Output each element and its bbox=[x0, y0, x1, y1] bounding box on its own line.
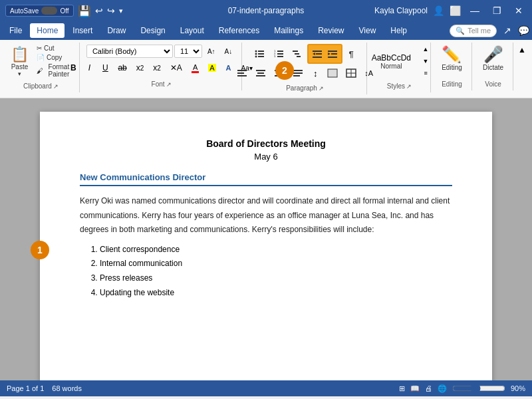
styles-scroll-down-button[interactable]: ▼ bbox=[418, 56, 433, 66]
superscript-button[interactable]: x2 bbox=[149, 61, 165, 75]
comment-icon[interactable]: 💬 bbox=[518, 25, 529, 36]
close-btn[interactable]: ✕ bbox=[511, 4, 527, 17]
menu-references[interactable]: References bbox=[212, 23, 266, 38]
underline-button[interactable]: U bbox=[98, 61, 112, 75]
highlight-color-button[interactable]: A bbox=[204, 61, 219, 75]
svg-rect-17 bbox=[316, 53, 322, 55]
web-view-icon[interactable]: 🌐 bbox=[438, 384, 447, 393]
svg-rect-26 bbox=[256, 70, 265, 71]
align-left-icon bbox=[237, 68, 247, 78]
read-view-icon[interactable]: 📖 bbox=[410, 384, 420, 393]
font-color-button[interactable]: A bbox=[188, 61, 203, 75]
strikethrough-button[interactable]: ab bbox=[114, 61, 130, 75]
menu-file[interactable]: File bbox=[3, 23, 29, 38]
paragraph-dialog-icon[interactable]: ↗ bbox=[319, 85, 324, 92]
ribbon-group-styles: AaBbCcDd Normal ▲ ▼ ≡ Styles ↗ bbox=[368, 43, 431, 92]
zoom-slider[interactable] bbox=[452, 383, 505, 394]
svg-rect-23 bbox=[237, 70, 247, 71]
align-center-icon bbox=[255, 68, 266, 78]
menu-insert[interactable]: Insert bbox=[66, 23, 99, 38]
account-icon[interactable]: 👤 bbox=[433, 5, 444, 16]
menu-view[interactable]: View bbox=[352, 23, 383, 38]
styles-scroll-up-button[interactable]: ▲ bbox=[418, 44, 433, 55]
autosave-toggle[interactable] bbox=[41, 7, 57, 15]
menu-mailings[interactable]: Mailings bbox=[267, 23, 310, 38]
line-spacing-button[interactable]: ↕ bbox=[308, 66, 323, 80]
doc-body: Kerry Oki was named communications direc… bbox=[80, 194, 452, 237]
tell-me-box[interactable]: 🔍 Tell me bbox=[450, 25, 497, 37]
customize-icon[interactable]: ▾ bbox=[119, 7, 123, 15]
clipboard-dialog-icon[interactable]: ↗ bbox=[53, 83, 59, 90]
borders-button[interactable] bbox=[342, 66, 360, 80]
dictate-button[interactable]: 🎤 Dictate bbox=[481, 44, 505, 72]
collapse-ribbon-button[interactable]: ▲ bbox=[515, 43, 529, 57]
increase-indent-button[interactable] bbox=[325, 47, 340, 61]
align-center-button[interactable] bbox=[252, 66, 269, 80]
svg-marker-20 bbox=[328, 53, 331, 55]
layout-view-icon[interactable]: ⊞ bbox=[399, 384, 405, 393]
align-left-button[interactable] bbox=[233, 66, 251, 80]
subscript-button[interactable]: x2 bbox=[132, 61, 148, 75]
ribbon: 📋 Paste ▾ ✂ Cut 📄 Copy 🖌 Format bbox=[0, 40, 532, 98]
svg-point-2 bbox=[255, 53, 257, 55]
step-badge-1: 1 bbox=[31, 241, 49, 259]
menu-design[interactable]: Design bbox=[134, 23, 172, 38]
restore-btn[interactable]: ❐ bbox=[489, 4, 505, 17]
menu-draw[interactable]: Draw bbox=[100, 23, 132, 38]
styles-normal-button[interactable]: AaBbCcDd Normal bbox=[366, 50, 417, 73]
format-painter-icon: 🖌 bbox=[37, 67, 43, 74]
svg-rect-33 bbox=[293, 72, 303, 74]
cut-icon: ✂ bbox=[37, 45, 42, 52]
styles-dialog-icon[interactable]: ↗ bbox=[406, 83, 412, 90]
decrease-indent-button[interactable] bbox=[310, 47, 325, 61]
menu-home[interactable]: Home bbox=[30, 23, 65, 38]
list-item: Client correspondence bbox=[100, 243, 452, 257]
menu-help[interactable]: Help bbox=[384, 23, 414, 38]
paste-icon: 📋 bbox=[11, 46, 29, 63]
shading-button[interactable] bbox=[324, 66, 341, 80]
editing-button[interactable]: ✏️ Editing bbox=[440, 44, 464, 72]
doc-paragraph[interactable]: Kerry Oki was named communications direc… bbox=[80, 194, 452, 237]
italic-button[interactable]: I bbox=[82, 61, 96, 75]
indent-button-group bbox=[307, 44, 342, 64]
bullets-button[interactable] bbox=[251, 47, 269, 61]
menu-layout[interactable]: Layout bbox=[174, 23, 211, 38]
shading-icon bbox=[327, 68, 338, 78]
svg-rect-19 bbox=[328, 51, 337, 52]
decrease-font-size-button[interactable]: A↓ bbox=[221, 44, 237, 59]
clear-format-button[interactable]: ✕A bbox=[166, 61, 186, 75]
cut-button[interactable]: ✂ Cut bbox=[34, 44, 75, 53]
share-icon[interactable]: ↗ bbox=[503, 25, 511, 36]
zoom-level[interactable]: 90% bbox=[511, 384, 525, 392]
font-dialog-icon[interactable]: ↗ bbox=[166, 81, 172, 88]
ribbon-group-editing: ✏️ Editing Editing bbox=[432, 43, 472, 90]
menu-review[interactable]: Review bbox=[311, 23, 350, 38]
dictate-icon: 🎤 bbox=[483, 45, 503, 64]
bullets-icon bbox=[255, 49, 265, 59]
multilevel-icon bbox=[292, 49, 303, 59]
minimize-btn[interactable]: — bbox=[466, 4, 483, 17]
tell-me-text: Tell me bbox=[467, 27, 491, 35]
bold-button[interactable]: B bbox=[66, 61, 80, 75]
save-icon[interactable]: 💾 bbox=[78, 5, 91, 17]
page-info: Page 1 of 1 bbox=[7, 384, 44, 392]
print-view-icon[interactable]: 🖨 bbox=[425, 384, 432, 392]
ribbon-display-icon[interactable]: ⬜ bbox=[450, 5, 461, 16]
dictate-label: Dictate bbox=[483, 64, 503, 71]
paste-dropdown-icon[interactable]: ▾ bbox=[18, 70, 21, 77]
show-marks-button[interactable]: ¶ bbox=[344, 47, 358, 61]
numbering-button[interactable]: 1. 2. 3. bbox=[270, 47, 287, 61]
ribbon-group-font: Calibri (Body) 11 A↑ A↓ B I U ab x2 x2 ✕… bbox=[81, 43, 243, 90]
styles-more-button[interactable]: ≡ bbox=[418, 68, 433, 78]
font-size-dropdown[interactable]: 11 bbox=[174, 45, 202, 58]
paste-button[interactable]: 📋 Paste ▾ bbox=[7, 45, 33, 78]
doc-title: Board of Directors Meeting bbox=[80, 138, 452, 149]
autosave-badge[interactable]: AutoSave Off bbox=[5, 5, 74, 17]
font-name-dropdown[interactable]: Calibri (Body) bbox=[86, 45, 173, 58]
svg-point-4 bbox=[255, 56, 257, 58]
multilevel-list-button[interactable] bbox=[289, 47, 306, 61]
undo-icon[interactable]: ↩ bbox=[95, 5, 103, 16]
svg-rect-18 bbox=[313, 57, 322, 58]
increase-font-size-button[interactable]: A↑ bbox=[203, 44, 219, 59]
redo-icon[interactable]: ↪ bbox=[107, 5, 115, 16]
